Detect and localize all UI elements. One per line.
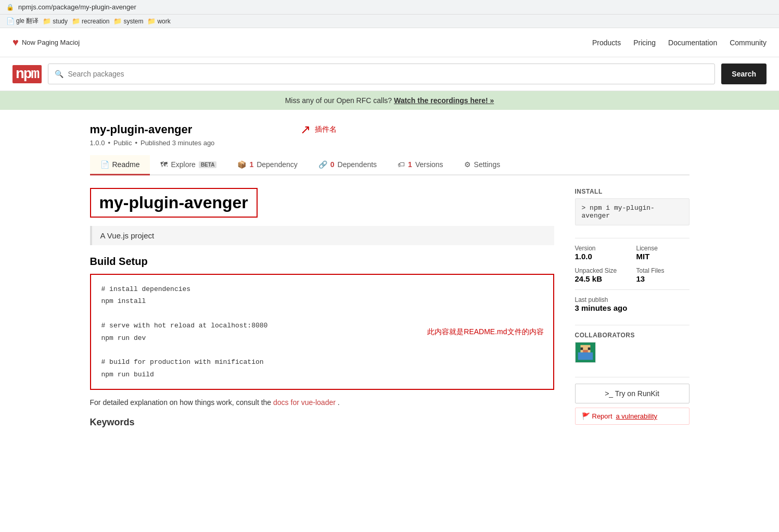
- annotation-label-plugin-name: 插件名: [315, 125, 337, 134]
- npm-heart-logo: ♥: [12, 36, 19, 48]
- package-published: Published 3 minutes ago: [141, 139, 214, 147]
- readme-content: my-plugin-avenger A Vue.js project Build…: [90, 188, 554, 432]
- code-line-6: [101, 344, 543, 356]
- folder-system-icon: 📁: [113, 17, 122, 25]
- readme-package-name-box: my-plugin-avenger: [90, 188, 258, 218]
- readme-footer-suffix: .: [338, 398, 340, 407]
- readme-package-name: my-plugin-avenger: [99, 193, 248, 212]
- install-command[interactable]: > npm i my-plugin-avenger: [575, 198, 689, 225]
- divider-2: [575, 289, 689, 290]
- tab-readme-label: Readme: [112, 160, 140, 169]
- last-publish-label: Last publish: [575, 296, 689, 303]
- code-line-8: npm run build: [101, 369, 543, 381]
- tab-versions[interactable]: 🏷 1 Versions: [387, 155, 454, 175]
- bookmark-translate-label: gle 翻译: [16, 17, 39, 26]
- nav-products[interactable]: Products: [592, 39, 621, 47]
- try-runkit-button[interactable]: >_ Try on RunKit: [575, 384, 689, 403]
- browser-bar: 🔒 npmjs.com/package/my-plugin-avenger: [0, 0, 779, 15]
- package-header: my-plugin-avenger ↗ 插件名 1.0.0 • Public •…: [90, 122, 689, 147]
- banner-link[interactable]: Watch the recordings here! »: [394, 96, 494, 105]
- tab-dependencies[interactable]: 📦 1 Dependency: [227, 155, 308, 175]
- keywords-heading: Keywords: [90, 417, 554, 428]
- version-license-grid: Version 1.0.0 License MIT Unpacked Size …: [575, 245, 689, 283]
- bookmark-study-label: study: [53, 18, 68, 25]
- nav-pricing[interactable]: Pricing: [633, 39, 656, 47]
- code-line-1: # install dependencies: [101, 283, 543, 295]
- npm-nav: Products Pricing Documentation Community: [592, 39, 767, 47]
- vulnerability-link[interactable]: a vulnerability: [616, 412, 658, 420]
- readme-tab-icon: 📄: [100, 160, 109, 169]
- bookmark-work[interactable]: 📁 work: [147, 17, 170, 25]
- tab-readme[interactable]: 📄 Readme: [90, 155, 150, 175]
- tab-versions-label: Versions: [415, 160, 443, 169]
- annotation-arrow-1: ↗: [300, 122, 311, 137]
- tab-deps-label: Dependency: [257, 160, 298, 169]
- divider-4: [575, 377, 689, 377]
- npm-logo-text: Now Paging Macioj: [22, 39, 80, 46]
- versions-count: 1: [408, 160, 412, 169]
- tab-settings[interactable]: ⚙ Settings: [454, 155, 511, 175]
- dependents-tab-icon: 🔗: [318, 160, 327, 169]
- beta-badge: BETA: [199, 161, 216, 168]
- bookmark-study[interactable]: 📁 study: [43, 17, 68, 25]
- npm-header: ♥ Now Paging Macioj Products Pricing Doc…: [0, 28, 779, 57]
- total-files-item: Total Files 13: [636, 267, 689, 283]
- bookmark-system-label: system: [123, 18, 143, 25]
- tab-dependents[interactable]: 🔗 0 Dependents: [308, 155, 387, 175]
- license-label: License: [636, 245, 689, 252]
- lock-icon: 🔒: [6, 4, 14, 11]
- explore-tab-icon: 🗺: [160, 160, 168, 169]
- package-name-row: my-plugin-avenger ↗ 插件名: [90, 122, 689, 137]
- search-bar-container: npm 🔍 Search: [0, 57, 779, 91]
- deps-count: 1: [249, 160, 253, 169]
- nav-community[interactable]: Community: [730, 39, 767, 47]
- deps-tab-icon: 📦: [237, 160, 246, 169]
- readme-footer-prefix: For detailed explanation on how things w…: [90, 398, 274, 407]
- search-button[interactable]: Search: [721, 64, 767, 84]
- code-block-wrapper: # install dependencies npm install # ser…: [90, 274, 554, 390]
- build-setup-heading: Build Setup: [90, 256, 554, 268]
- collaborators-section: Collaborators: [575, 332, 689, 364]
- unpacked-size-value: 24.5 kB: [575, 274, 628, 283]
- report-vulnerability-button[interactable]: 🚩 Report a vulnerability: [575, 408, 689, 425]
- versions-tab-icon: 🏷: [398, 160, 405, 169]
- code-line-2: npm install: [101, 295, 543, 307]
- dependents-count: 0: [330, 160, 335, 169]
- divider-3: [575, 325, 689, 325]
- folder-study-icon: 📁: [43, 17, 51, 25]
- translate-icon: 📄: [6, 17, 15, 25]
- readme-subtitle: A Vue.js project: [90, 226, 554, 245]
- bookmark-recreation[interactable]: 📁 recreation: [72, 17, 109, 25]
- bookmark-system[interactable]: 📁 system: [113, 17, 143, 25]
- unpacked-size-label: Unpacked Size: [575, 267, 628, 274]
- code-line-7: # build for production with minification: [101, 356, 543, 368]
- annotation-label-readme-content: 此内容就是README.md文件的内容: [427, 327, 543, 337]
- tab-explore[interactable]: 🗺 Explore BETA: [150, 155, 227, 175]
- last-publish-value: 3 minutes ago: [575, 303, 689, 312]
- tab-explore-label: Explore: [171, 160, 195, 169]
- package-visibility: Public: [113, 139, 132, 147]
- last-publish-section: Last publish 3 minutes ago: [575, 296, 689, 312]
- total-files-value: 13: [636, 274, 689, 283]
- main-content: my-plugin-avenger ↗ 插件名 1.0.0 • Public •…: [78, 110, 702, 445]
- folder-recreation-icon: 📁: [72, 17, 80, 25]
- banner-text: Miss any of our Open RFC calls?: [285, 96, 392, 105]
- total-files-label: Total Files: [636, 267, 689, 274]
- bookmark-translate[interactable]: 📄 gle 翻译: [6, 17, 39, 26]
- package-version: 1.0.0: [90, 139, 105, 147]
- search-input[interactable]: [68, 70, 708, 78]
- package-title: my-plugin-avenger: [90, 123, 193, 136]
- unpacked-size-item: Unpacked Size 24.5 kB: [575, 267, 628, 283]
- nav-documentation[interactable]: Documentation: [668, 39, 717, 47]
- search-input-wrapper[interactable]: 🔍: [48, 64, 715, 84]
- readme-footer-text: For detailed explanation on how things w…: [90, 398, 554, 407]
- tab-dependents-label: Dependents: [338, 160, 377, 169]
- browser-url: npmjs.com/package/my-plugin-avenger: [18, 3, 136, 11]
- version-label: Version: [575, 245, 628, 252]
- content-layout: my-plugin-avenger A Vue.js project Build…: [90, 188, 689, 432]
- install-label: Install: [575, 188, 689, 195]
- svg-rect-5: [583, 350, 588, 352]
- license-value: MIT: [636, 252, 689, 261]
- vue-loader-link[interactable]: docs for vue-loader: [273, 398, 336, 407]
- collaborator-avatar: [575, 342, 596, 363]
